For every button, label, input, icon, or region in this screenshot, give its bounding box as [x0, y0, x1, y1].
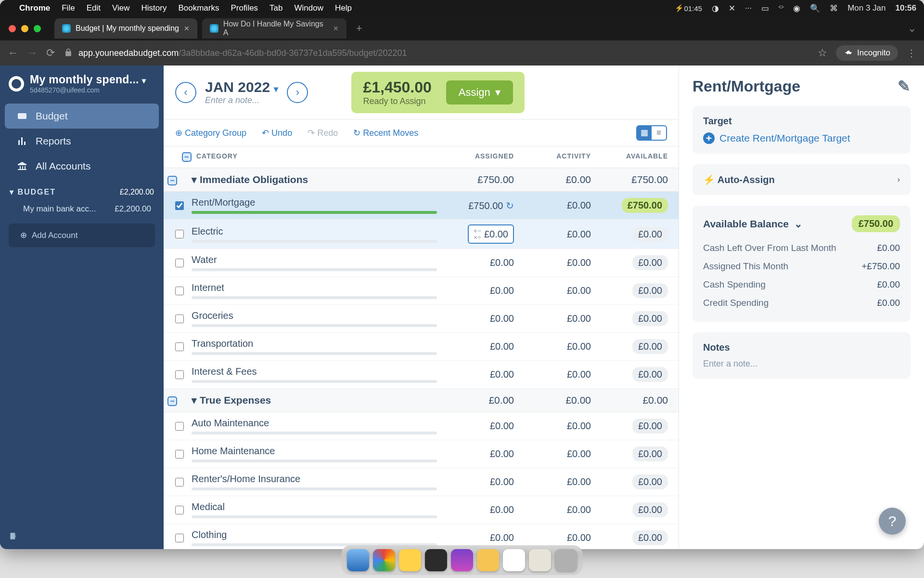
category-row[interactable]: Internet £0.00 £0.00 £0.00: [164, 277, 679, 305]
tab-close-icon[interactable]: ✕: [184, 25, 190, 32]
row-checkbox[interactable]: [175, 230, 184, 238]
row-checkbox[interactable]: [175, 450, 184, 459]
sidebar-item-budget[interactable]: Budget: [5, 104, 159, 129]
add-category-group-button[interactable]: ⊕ Category Group: [175, 128, 246, 138]
view-card-icon[interactable]: ▦: [637, 126, 652, 140]
sidebar-section-budget[interactable]: ▾ BUDGET £2,200.00: [0, 179, 164, 199]
assigned-cell[interactable]: £750.00 ↻: [437, 200, 514, 211]
dock-app[interactable]: [399, 549, 421, 571]
window-maximize[interactable]: [34, 25, 41, 32]
available-cell[interactable]: £750.00: [591, 198, 668, 213]
tab-overflow-icon[interactable]: ⌄: [908, 22, 924, 35]
available-cell[interactable]: £0.00: [591, 255, 668, 270]
menu-bookmarks[interactable]: Bookmarks: [178, 3, 219, 13]
month-selector[interactable]: JAN 2022 ▾: [205, 79, 278, 95]
menu-tab[interactable]: Tab: [270, 3, 282, 13]
category-row[interactable]: Medical £0.00 £0.00 £0.00: [164, 496, 679, 524]
sidebar-item-reports[interactable]: Reports: [5, 129, 159, 154]
dock-app[interactable]: [451, 549, 473, 571]
row-checkbox[interactable]: [175, 201, 184, 210]
edit-icon[interactable]: ✎: [898, 77, 911, 95]
assigned-cell[interactable]: £0.00: [437, 257, 514, 268]
history-icon[interactable]: ↻: [506, 200, 514, 211]
category-row[interactable]: Auto Maintenance £0.00 £0.00 £0.00: [164, 412, 679, 440]
available-cell[interactable]: £0.00: [591, 419, 668, 434]
back-button[interactable]: ←: [8, 47, 18, 59]
status-icon-1[interactable]: ◑: [712, 3, 719, 13]
available-cell[interactable]: £0.00: [591, 227, 668, 242]
select-all-checkbox[interactable]: −: [182, 152, 192, 162]
available-cell[interactable]: £0.00: [591, 311, 668, 326]
menu-edit[interactable]: Edit: [87, 3, 101, 13]
group-checkbox[interactable]: −: [167, 396, 177, 406]
assigned-cell[interactable]: £0.00: [437, 532, 514, 543]
available-cell[interactable]: £0.00: [591, 502, 668, 517]
dock-app[interactable]: [503, 549, 525, 571]
sidebar-collapse-button[interactable]: [0, 526, 164, 549]
notes-input[interactable]: Enter a note...: [703, 359, 900, 369]
create-target-button[interactable]: + Create Rent/Mortgage Target: [703, 132, 900, 144]
row-checkbox[interactable]: [175, 315, 184, 323]
category-row[interactable]: Home Maintenance £0.00 £0.00 £0.00: [164, 440, 679, 468]
redo-button[interactable]: ↷ Redo: [308, 128, 338, 138]
browser-tab-1[interactable]: How Do I Handle My Savings A ✕: [202, 18, 346, 39]
category-row[interactable]: Interest & Fees £0.00 £0.00 £0.00: [164, 361, 679, 389]
prev-month-button[interactable]: ‹: [175, 82, 196, 103]
row-checkbox[interactable]: [175, 506, 184, 514]
help-button[interactable]: ?: [879, 508, 906, 535]
view-toggle[interactable]: ▦ ≡: [636, 125, 667, 141]
window-minimize[interactable]: [21, 25, 28, 32]
dock-app[interactable]: [529, 549, 551, 571]
category-row[interactable]: Groceries £0.00 £0.00 £0.00: [164, 305, 679, 333]
dock-app[interactable]: [555, 549, 577, 571]
reload-button[interactable]: ⟳: [46, 47, 55, 59]
assigned-cell[interactable]: £0.00: [437, 420, 514, 432]
available-cell[interactable]: £0.00: [591, 339, 668, 354]
menu-history[interactable]: History: [141, 3, 167, 13]
wifi-icon[interactable]: ⌔: [779, 3, 783, 13]
browser-menu-icon[interactable]: ⋮: [907, 47, 916, 59]
tab-close-icon[interactable]: ✕: [333, 25, 339, 32]
row-checkbox[interactable]: [175, 370, 184, 379]
category-group-row[interactable]: − ▾Immediate Obligations £750.00£0.00£75…: [164, 168, 679, 192]
next-month-button[interactable]: ›: [287, 82, 308, 103]
row-checkbox[interactable]: [175, 478, 184, 486]
spotlight-icon[interactable]: 🔍: [810, 3, 820, 13]
app-name-menu[interactable]: Chrome: [19, 3, 50, 13]
row-checkbox[interactable]: [175, 534, 184, 542]
incognito-badge[interactable]: Incognito: [836, 45, 898, 61]
address-bar[interactable]: app.youneedabudget.com/3a8bbdae-d62a-46d…: [64, 48, 809, 58]
category-row[interactable]: Rent/Mortgage £750.00 ↻ £0.00 £750.00: [164, 192, 679, 220]
assigned-cell[interactable]: £0.00: [437, 341, 514, 352]
menu-file[interactable]: File: [62, 3, 75, 13]
auto-assign-button[interactable]: ⚡ Auto-Assign ›: [693, 164, 911, 195]
control-center-icon[interactable]: ◉: [793, 3, 800, 13]
category-group-row[interactable]: − ▾True Expenses £0.00£0.00£0.00: [164, 389, 679, 412]
available-balance-toggle[interactable]: Available Balance ⌄: [703, 218, 803, 230]
available-cell[interactable]: £0.00: [591, 367, 668, 382]
group-checkbox[interactable]: −: [167, 176, 177, 185]
assigned-cell[interactable]: £0.00: [437, 313, 514, 324]
browser-tab-0[interactable]: Budget | My monthly spending ✕: [54, 18, 197, 39]
assigned-cell[interactable]: £0.00: [437, 285, 514, 296]
assigned-cell[interactable]: £0.00: [437, 448, 514, 460]
assigned-cell[interactable]: +−×÷£0.00: [437, 224, 514, 244]
status-icon-3[interactable]: ∙∙∙: [745, 3, 752, 13]
menu-window[interactable]: Window: [295, 3, 323, 13]
clock-date[interactable]: Mon 3 Jan: [847, 3, 886, 13]
view-list-icon[interactable]: ≡: [652, 126, 666, 140]
dock-app[interactable]: [373, 549, 395, 571]
new-tab-button[interactable]: +: [351, 22, 367, 35]
window-close[interactable]: [9, 25, 16, 32]
bookmark-star-icon[interactable]: ☆: [818, 47, 827, 59]
budget-name[interactable]: My monthly spend... ▾: [30, 73, 146, 86]
forward-button[interactable]: →: [27, 47, 38, 59]
status-icon-2[interactable]: ✕: [729, 3, 735, 13]
siri-icon[interactable]: ⌘: [830, 3, 838, 13]
menu-profiles[interactable]: Profiles: [231, 3, 258, 13]
assigned-cell[interactable]: £0.00: [437, 504, 514, 515]
available-cell[interactable]: £0.00: [591, 283, 668, 298]
assigned-input[interactable]: +−×÷£0.00: [468, 224, 514, 244]
available-cell[interactable]: £0.00: [591, 447, 668, 461]
menu-view[interactable]: View: [112, 3, 130, 13]
